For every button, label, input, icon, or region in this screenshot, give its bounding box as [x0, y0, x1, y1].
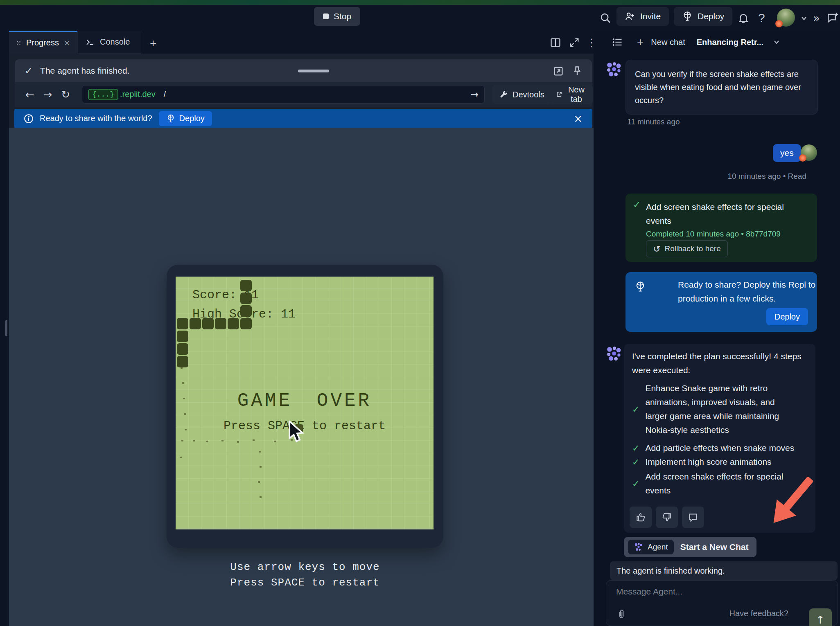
new-chat-panel-icon[interactable]: [824, 11, 840, 25]
task-check-icon: ✓: [633, 199, 641, 210]
deploy-button[interactable]: Deploy: [674, 7, 732, 26]
wrench-icon: [499, 90, 508, 99]
snake-segment: [177, 331, 188, 342]
particle-speck: [260, 466, 262, 468]
chat-session-title[interactable]: Enhancing Retr...: [697, 38, 763, 47]
expand-icon[interactable]: [566, 36, 583, 49]
user-avatar: [801, 144, 817, 161]
pane-drag-handle[interactable]: [298, 70, 329, 72]
particle-speck: [184, 413, 186, 415]
search-icon[interactable]: [597, 11, 614, 25]
account-chevron-down-icon[interactable]: [797, 14, 811, 23]
message-input[interactable]: [615, 586, 822, 597]
rollback-button[interactable]: ↺ Rollback to here: [646, 240, 728, 257]
particle-speck: [258, 481, 260, 483]
agent-badge: Agent: [628, 540, 674, 554]
tab-progress[interactable]: Progress ×: [9, 31, 77, 54]
invite-label: Invite: [640, 11, 661, 21]
completion-step: ✓ Add screen shake effects for special e…: [632, 470, 797, 498]
tab-progress-label: Progress: [26, 38, 59, 47]
user-reply-text: yes: [780, 148, 794, 158]
session-chevron-down-icon[interactable]: [770, 38, 783, 47]
notifications-bell-icon[interactable]: [735, 11, 752, 25]
snake-segment: [177, 318, 188, 329]
devtools-button[interactable]: Devtools: [492, 85, 551, 104]
task-meta: Completed 10 minutes ago • 8b77d709: [646, 230, 781, 239]
pin-icon[interactable]: [569, 65, 585, 77]
go-arrow-icon[interactable]: →: [470, 89, 479, 100]
step-text: Add screen shake effects for special eve…: [645, 470, 797, 498]
user-reply-meta: 10 minutes ago • Read: [594, 172, 806, 181]
add-tab-button[interactable]: +: [147, 36, 159, 50]
left-panel-handle[interactable]: [5, 320, 7, 336]
new-tab-label: New tab: [567, 85, 586, 104]
url-host: .replit.dev: [120, 90, 156, 99]
reload-icon[interactable]: ↻: [61, 88, 70, 101]
new-chat-plus-icon[interactable]: +: [635, 35, 646, 49]
window-top-accent: [0, 0, 840, 5]
topbar: Stop Invite Deploy ? »: [0, 5, 840, 31]
game-instructions: Use arrow keys to move Press SPACE to re…: [167, 559, 443, 590]
deploy-card-text: Ready to share? Deploy this Repl to prod…: [678, 278, 821, 306]
stop-button[interactable]: Stop: [314, 7, 360, 26]
thumbs-down-icon[interactable]: [656, 507, 678, 528]
open-external-icon[interactable]: [550, 65, 567, 77]
rollback-icon: ↺: [653, 244, 660, 254]
send-message-button[interactable]: ↑: [809, 608, 832, 626]
thumbs-up-icon[interactable]: [630, 507, 652, 528]
new-chat-label[interactable]: New chat: [651, 38, 685, 47]
agent-question-timestamp: 11 minutes ago: [627, 117, 680, 126]
deploy-banner-text: Ready to share with the world?: [40, 114, 152, 123]
start-new-chat-button[interactable]: Agent Start a New Chat: [624, 537, 756, 557]
banner-close-icon[interactable]: ×: [574, 113, 583, 125]
banner-deploy-button[interactable]: Deploy: [159, 111, 212, 126]
invite-button[interactable]: Invite: [616, 7, 669, 26]
instruction-line-1: Use arrow keys to move: [167, 559, 443, 575]
agent-question-text: Can you verify if the screen shake effec…: [635, 70, 801, 105]
snake-segment: [215, 318, 226, 329]
tab-console-label: Console: [100, 37, 130, 47]
left-edge-strip: [0, 54, 9, 626]
chat-list-icon[interactable]: [609, 36, 625, 48]
url-input[interactable]: {...} .replit.dev / →: [82, 85, 485, 104]
chat-header: + New chat Enhancing Retr...: [594, 31, 840, 54]
snake-segment: [240, 293, 252, 304]
split-view-icon[interactable]: [547, 36, 564, 49]
help-icon[interactable]: ?: [756, 11, 768, 25]
new-tab-button[interactable]: New tab: [549, 85, 593, 104]
game-over-text: GAME OVER: [176, 390, 434, 412]
instruction-line-2: Press SPACE to restart: [167, 575, 443, 590]
completion-step: ✓ Add particle effects when snake moves: [632, 441, 797, 455]
deploy-card-button[interactable]: Deploy: [766, 308, 808, 325]
agent-finished-text: The agent has finished.: [40, 66, 129, 76]
comment-icon[interactable]: [682, 507, 704, 528]
attachment-paperclip-icon[interactable]: [614, 608, 629, 620]
message-composer: Have feedback? ↑: [606, 580, 838, 626]
lcd-screen[interactable]: Score: 11 High Score: 11 GAME OVER Press…: [176, 277, 434, 529]
task-card: ✓ Add screen shake effects for special e…: [625, 194, 817, 262]
tab-console[interactable]: Console: [77, 31, 141, 54]
step-text: Implement high score animations: [645, 455, 797, 469]
preview-pane: ✓ The agent has finished. ← → ↻ {...} .r…: [9, 54, 594, 626]
info-icon: [23, 113, 34, 124]
replit-workspace: Stop Invite Deploy ? » Progress ×: [0, 0, 840, 626]
snake-segment: [228, 318, 239, 329]
have-feedback-link[interactable]: Have feedback?: [729, 609, 788, 618]
step-text: Enhance Snake game with retro animations…: [645, 381, 797, 437]
progress-icon: [16, 38, 21, 48]
double-chevron-right-icon[interactable]: »: [813, 11, 820, 25]
particle-speck: [274, 441, 276, 442]
devtools-label: Devtools: [513, 90, 544, 99]
snake-segment: [240, 305, 252, 317]
agent-flower-icon: [634, 542, 644, 552]
particle-speck: [183, 398, 185, 399]
forward-icon[interactable]: →: [43, 88, 52, 101]
back-icon[interactable]: ←: [25, 88, 34, 101]
avatar[interactable]: [777, 9, 795, 27]
particle-speck: [181, 440, 183, 441]
browser-toolbar: ← → ↻ {...} .replit.dev / → Devtools New…: [15, 82, 592, 107]
tab-close-icon[interactable]: ×: [64, 38, 70, 47]
step-check-icon: ✓: [632, 457, 639, 467]
completion-message: I've completed the plan successfully! 4 …: [624, 344, 815, 533]
rollback-label: Rollback to here: [664, 244, 720, 253]
